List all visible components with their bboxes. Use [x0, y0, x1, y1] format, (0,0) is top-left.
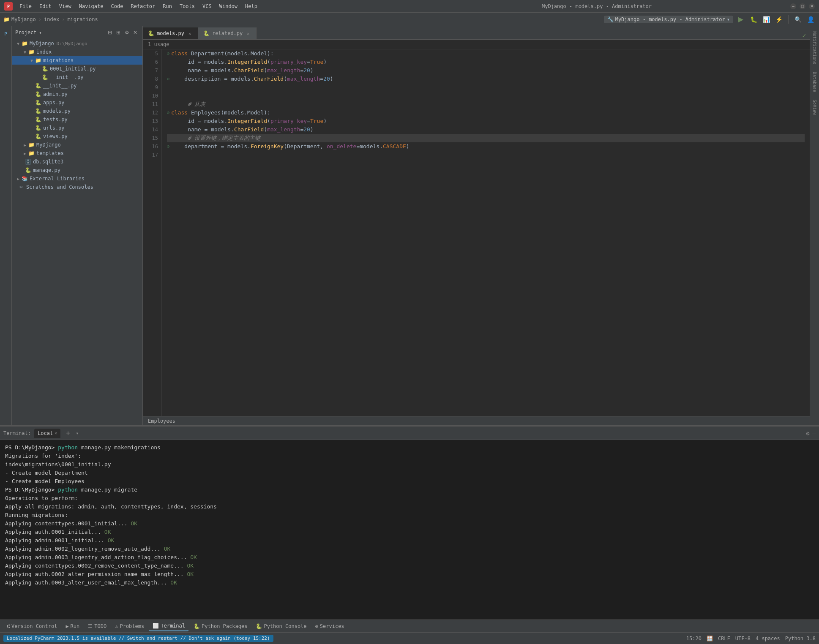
tree-label-0001: 0001_initial.py — [50, 66, 96, 72]
status-encoding[interactable]: CRLF — [718, 636, 730, 641]
code-line-5: ⊙ class Department(models.Model): — [167, 49, 805, 58]
tab-models-close[interactable]: ✕ — [187, 30, 193, 36]
notifications-panel-btn[interactable]: Notifications — [811, 28, 818, 68]
right-panel: Notifications Database SoView — [810, 26, 819, 425]
tree-item-views[interactable]: 🐍 views.py — [12, 132, 142, 141]
breadcrumb-migrations[interactable]: migrations — [67, 16, 98, 22]
tree-item-0001[interactable]: 🐍 0001_initial.py — [12, 65, 142, 73]
run-config-arrow: ▾ — [727, 16, 730, 22]
term-out-12: Applying admin.0001_initial... — [5, 537, 108, 543]
bottom-tab-version-control[interactable]: ⑆ Version Control — [3, 622, 60, 631]
close-sidebar-button[interactable]: ✕ — [131, 29, 139, 36]
menu-view[interactable]: View — [56, 2, 75, 11]
tab-related[interactable]: 🐍 related.py ✕ — [198, 27, 257, 39]
maximize-button[interactable]: □ — [800, 3, 805, 9]
menu-window[interactable]: Window — [216, 2, 241, 11]
terminal-tab-local[interactable]: Local ✕ — [34, 429, 60, 438]
tree-item-init-index[interactable]: 🐍 __init__.py — [12, 82, 142, 90]
tree-item-models[interactable]: 🐍 models.py — [12, 107, 142, 115]
tree-item-apps[interactable]: 🐍 apps.py — [12, 98, 142, 107]
menu-run[interactable]: Run — [159, 2, 175, 11]
line-num-5: 5 — [146, 49, 158, 58]
menu-help[interactable]: Help — [242, 2, 261, 11]
model-5: Model — [251, 49, 267, 58]
tree-item-templates[interactable]: ▶ 📁 templates — [12, 149, 142, 158]
folder-icon-index: 📁 — [28, 49, 35, 55]
editor-checkmark: ✓ — [799, 31, 810, 39]
term-line-4: - Create model Department — [5, 469, 814, 477]
status-encoding-value: CRLF — [718, 636, 730, 641]
bottom-tab-terminal[interactable]: ⬜ Terminal — [149, 621, 188, 631]
bottom-tab-todo[interactable]: ☰ TODO — [85, 622, 110, 631]
tree-item-external-libs[interactable]: ▶ 📚 External Libraries — [12, 174, 142, 183]
line-num-10: 10 — [146, 92, 158, 100]
terminal-content[interactable]: PS D:\MyDjango> python manage.py makemig… — [0, 440, 819, 620]
run-config-selector[interactable]: 🔧 MyDjango - models.py - Administrator ▾ — [604, 16, 733, 23]
bottom-tab-python-console[interactable]: 🐍 Python Console — [252, 622, 310, 631]
code-editor[interactable]: 5 6 7 8 9 10 11 12 13 14 15 16 17 — [143, 49, 810, 416]
database-panel-btn[interactable]: Database — [811, 68, 818, 95]
tree-item-mydjango2[interactable]: ▶ 📁 MyDjango — [12, 141, 142, 149]
tree-item-migrations[interactable]: ▼ 📁 migrations — [12, 56, 142, 65]
run-config-label: MyDjango - models.py - Administrator — [615, 16, 725, 22]
user-icon[interactable]: 👤 — [805, 14, 816, 24]
tree-item-db[interactable]: 🗄️ db.sqlite3 — [12, 158, 142, 166]
cls-employees: Employees — [191, 109, 221, 117]
editor-bottom-breadcrumb: Employees — [143, 416, 810, 425]
terminal-tab-close-btn[interactable]: ✕ — [55, 431, 57, 435]
terminal-minimize-btn[interactable]: – — [812, 430, 816, 437]
menu-file[interactable]: File — [16, 2, 35, 11]
profile-button[interactable]: ⚡ — [774, 14, 784, 24]
tree-item-scratches[interactable]: ✂️ Scratches and Consoles — [12, 183, 142, 191]
menu-vcs[interactable]: VCS — [199, 2, 215, 11]
close-button[interactable]: ✕ — [809, 3, 815, 9]
status-update-notice[interactable]: Localized PyCharm 2023.1.5 is available … — [3, 635, 273, 642]
python-tab-icon-related: 🐍 — [203, 30, 210, 36]
line-num-6: 6 — [146, 58, 158, 66]
menu-edit[interactable]: Edit — [36, 2, 55, 11]
status-lang[interactable]: Python 3.8 — [785, 636, 816, 641]
menu-refactor[interactable]: Refactor — [127, 2, 158, 11]
terminal-add-button[interactable]: + — [64, 429, 72, 437]
settings-button[interactable]: ⚙ — [123, 29, 131, 36]
bottom-tab-terminal-label: Terminal — [161, 623, 185, 629]
tab-related-close[interactable]: ✕ — [245, 30, 251, 36]
tree-item-urls[interactable]: 🐍 urls.py — [12, 124, 142, 132]
run-button[interactable]: ▶ — [736, 14, 746, 24]
status-time[interactable]: 15:20 — [686, 636, 702, 641]
status-indent[interactable]: 4 spaces — [756, 636, 780, 641]
minimize-button[interactable]: – — [790, 3, 796, 9]
menu-tools[interactable]: Tools — [176, 2, 198, 11]
menu-navigate[interactable]: Navigate — [76, 2, 107, 11]
tree-item-index[interactable]: ▼ 📁 index — [12, 48, 142, 56]
tree-item-tests[interactable]: 🐍 tests.py — [12, 115, 142, 124]
bottom-tab-services[interactable]: ⚙ Services — [312, 622, 348, 631]
tab-bar: 🐍 models.py ✕ 🐍 related.py ✕ ✓ — [143, 26, 810, 40]
terminal-arrow-btn[interactable]: ▾ — [76, 430, 79, 436]
project-tab-button[interactable]: P — [1, 29, 11, 39]
collapse-all-button[interactable]: ⊟ — [106, 29, 114, 36]
breadcrumb-index[interactable]: index — [44, 16, 59, 22]
bottom-tab-problems[interactable]: ⚠ Problems — [112, 622, 147, 631]
debug-button[interactable]: 🐛 — [748, 14, 759, 24]
term-out-5: - Create model Employees — [5, 478, 85, 484]
terminal-settings-btn[interactable]: ⚙ — [806, 430, 809, 437]
svg-text:P: P — [7, 4, 10, 9]
toolbar-separator — [788, 15, 789, 24]
expand-all-button[interactable]: ⊞ — [115, 29, 122, 36]
soview-panel-btn[interactable]: SoView — [811, 96, 818, 118]
coverage-button[interactable]: 📊 — [761, 14, 771, 24]
tree-item-init-migrations[interactable]: 🐍 __init__.py — [12, 73, 142, 82]
breadcrumb-project[interactable]: 📁 MyDjango — [3, 16, 36, 22]
code-content[interactable]: ⊙ class Department(models.Model): id = m… — [162, 49, 810, 416]
menu-code[interactable]: Code — [108, 2, 127, 11]
bottom-tab-run[interactable]: ▶ Run — [62, 622, 83, 631]
status-windows-icon[interactable]: 🪟 — [707, 636, 713, 641]
status-charset[interactable]: UTF-8 — [735, 636, 751, 641]
tree-item-mydjango-root[interactable]: ▼ 📁 MyDjango D:\MyDjango — [12, 39, 142, 48]
tree-item-manage[interactable]: 🐍 manage.py — [12, 166, 142, 174]
bottom-tab-python-packages[interactable]: 🐍 Python Packages — [190, 622, 251, 631]
tree-item-admin[interactable]: 🐍 admin.py — [12, 90, 142, 98]
tab-models[interactable]: 🐍 models.py ✕ — [143, 27, 198, 39]
search-button[interactable]: 🔍 — [793, 14, 803, 24]
